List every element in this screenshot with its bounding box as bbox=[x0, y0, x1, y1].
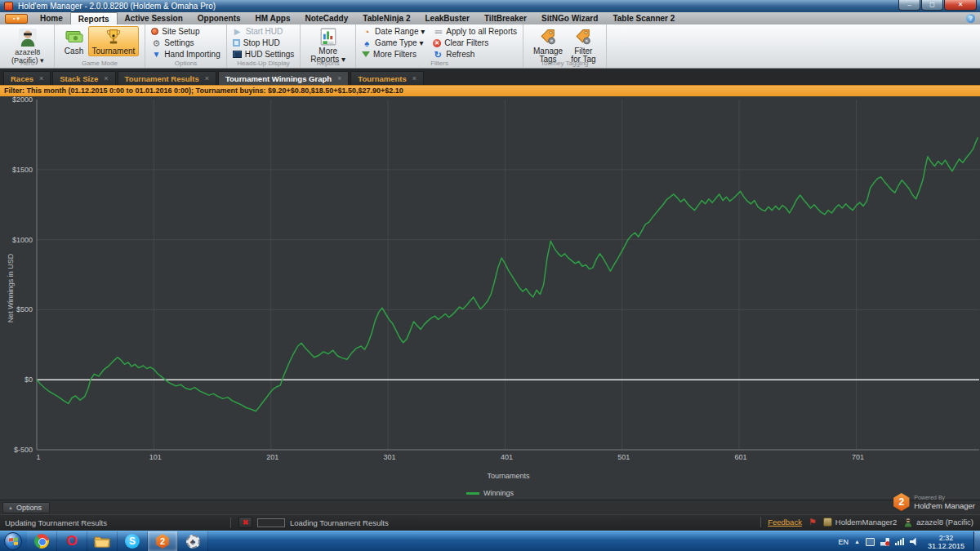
svg-text:701: 701 bbox=[852, 453, 864, 461]
app-menu-button[interactable]: ▪ ▾ bbox=[5, 14, 28, 24]
hand-importing-button[interactable]: ▼Hand Importing bbox=[151, 49, 220, 60]
ribbon-tab-table-scanner-2[interactable]: Table Scanner 2 bbox=[605, 12, 682, 24]
site-setup-icon bbox=[151, 28, 158, 35]
apply-to-all-reports-button[interactable]: ≡≡Apply to all Reports bbox=[433, 26, 517, 37]
close-tab-icon[interactable]: × bbox=[104, 74, 108, 82]
ribbon-group-heads-up-display: Heads-Up Display▶Start HUDStop HUDHUD Se… bbox=[227, 24, 301, 68]
close-tab-icon[interactable]: × bbox=[39, 74, 43, 82]
clear-filters-button[interactable]: ✕Clear Filters bbox=[433, 38, 517, 48]
stop-hud-button[interactable]: Stop HUD bbox=[233, 38, 295, 48]
svg-text:$1000: $1000 bbox=[12, 236, 33, 244]
doc-tab-tournament-results[interactable]: Tournament Results× bbox=[118, 71, 216, 85]
date-range-button[interactable]: ◔Date Range ▾ bbox=[362, 26, 425, 37]
ribbon-tab-reports[interactable]: Reports bbox=[70, 12, 118, 24]
minimize-button[interactable]: – bbox=[898, 0, 920, 11]
taskbar-clock[interactable]: 2:32 31.12.2015 bbox=[928, 534, 964, 550]
ribbon-tab-home[interactable]: Home bbox=[33, 12, 70, 24]
ribbon-tab-sitngo-wizard[interactable]: SitNGo Wizard bbox=[534, 12, 605, 24]
holdem-manager-window: Hold'em Manager - 2.0.0.8280 (Holdem & O… bbox=[0, 0, 980, 551]
powered-by-line2: Hold'em Manager bbox=[914, 501, 975, 510]
tray-expand-icon[interactable]: ▲ bbox=[854, 539, 860, 544]
svg-text:$-500: $-500 bbox=[14, 446, 33, 454]
active-player-indicator[interactable]: azazel8 (Pacific) bbox=[903, 518, 973, 527]
tag-icon bbox=[540, 29, 556, 47]
ribbon-tab-opponents[interactable]: Opponents bbox=[190, 12, 248, 24]
ribbon-group-hero: Heroazazel8(Pacific) ▾ bbox=[2, 24, 55, 68]
taskbar-item-skype[interactable]: S bbox=[118, 531, 148, 551]
play-icon: ▶ bbox=[233, 27, 243, 37]
show-desktop-button[interactable] bbox=[973, 531, 980, 551]
start-button-icon[interactable] bbox=[2, 532, 24, 551]
stop-icon bbox=[233, 39, 240, 47]
game-type-button[interactable]: ♠Game Type ▾ bbox=[362, 38, 425, 48]
legend-line-swatch bbox=[466, 492, 479, 495]
taskbar-item-explorer[interactable] bbox=[87, 531, 118, 551]
taskbar-item-pokerstars[interactable]: ♣ bbox=[178, 531, 208, 551]
close-tab-icon[interactable]: × bbox=[337, 74, 341, 82]
help-icon[interactable]: ? bbox=[966, 14, 975, 23]
manage-tags-button[interactable]: ManageTags bbox=[529, 26, 567, 64]
ribbon-tab-notecaddy[interactable]: NoteCaddy bbox=[298, 12, 356, 24]
close-button[interactable]: ✕ bbox=[944, 0, 977, 11]
cancel-loading-button[interactable]: ✖ bbox=[238, 517, 252, 528]
taskbar-item-hm2[interactable]: 2 bbox=[148, 531, 178, 551]
database-indicator[interactable]: HoldemManager2 bbox=[823, 518, 898, 527]
site-setup-button[interactable]: Site Setup bbox=[151, 26, 220, 37]
doc-tab-stack-size[interactable]: Stack Size× bbox=[52, 71, 115, 85]
more-filters-button[interactable]: More Filters bbox=[362, 49, 425, 60]
start-hud-button: ▶Start HUD bbox=[233, 26, 295, 37]
ribbon-tab-leakbuster[interactable]: LeakBuster bbox=[417, 12, 476, 24]
clock-time: 2:32 bbox=[928, 534, 964, 542]
taskbar-item-opera[interactable]: O bbox=[57, 531, 87, 551]
status-text: Updating Tournament Results bbox=[5, 518, 107, 527]
svg-text:301: 301 bbox=[384, 453, 396, 461]
filter-for-tag-button[interactable]: Filterfor Tag bbox=[567, 26, 599, 64]
ribbon-group-label: Hero bbox=[2, 60, 54, 67]
button-label: Tournament bbox=[92, 47, 136, 56]
doc-tab-tournament-winnings-graph[interactable]: Tournament Winnings Graph× bbox=[218, 71, 349, 85]
skype-icon: S bbox=[124, 533, 140, 549]
ribbon-tab-active-session[interactable]: Active Session bbox=[118, 12, 190, 24]
close-tab-icon[interactable]: × bbox=[412, 74, 416, 82]
close-tab-icon[interactable]: × bbox=[205, 74, 209, 82]
doc-tab-label: Tournament Results bbox=[125, 74, 199, 83]
taskbar-item-chrome[interactable] bbox=[27, 531, 57, 551]
status-divider bbox=[230, 518, 231, 528]
tournament-mode-button[interactable]: Tournament bbox=[88, 26, 140, 56]
maximize-button[interactable]: ◻ bbox=[921, 0, 943, 11]
report-chart-icon bbox=[320, 28, 336, 47]
collapse-arrow-icon: ▲ bbox=[8, 505, 13, 510]
language-indicator[interactable]: EN bbox=[839, 538, 849, 546]
powered-by-badge: 2 Powered By Hold'em Manager bbox=[893, 493, 975, 511]
doc-tab-races[interactable]: Races× bbox=[3, 71, 51, 85]
cash-icon bbox=[65, 30, 83, 45]
chart-plot: $2000$1500$1000$500$0$-50011012013014015… bbox=[0, 96, 980, 500]
ribbon-tab-tableninja-2[interactable]: TableNinja 2 bbox=[355, 12, 417, 24]
clock-date: 31.12.2015 bbox=[928, 542, 964, 550]
refresh-button[interactable]: ↻Refresh bbox=[433, 49, 517, 60]
signal-strength-icon[interactable] bbox=[895, 538, 904, 545]
hud-settings-button[interactable]: HUD Settings bbox=[233, 49, 295, 60]
ribbon-group-label: Game Mode bbox=[55, 60, 145, 67]
action-center-icon[interactable] bbox=[866, 538, 875, 546]
x-axis-label: Tournaments bbox=[37, 472, 980, 480]
cash-mode-button[interactable]: Cash bbox=[60, 26, 88, 56]
more-reports-button[interactable]: MoreReports ▾ bbox=[306, 26, 350, 64]
window-controls: – ◻ ✕ bbox=[898, 0, 977, 11]
loading-text: Loading Tournament Results bbox=[290, 518, 389, 527]
ribbon-tab-tiltbreaker[interactable]: TiltBreaker bbox=[477, 12, 534, 24]
report-chart-icon bbox=[320, 29, 336, 47]
opera-icon: O bbox=[64, 533, 80, 549]
tag-icon bbox=[575, 29, 591, 47]
button-label: HUD Settings bbox=[245, 50, 295, 59]
ribbon-tab-hm-apps[interactable]: HM Apps bbox=[248, 12, 298, 24]
powered-by-line1: Powered By bbox=[914, 495, 975, 501]
filter-bar[interactable]: Filter: This month (01.12.2015 0:00 to 0… bbox=[0, 85, 980, 96]
settings-button[interactable]: ⚙Settings bbox=[151, 38, 220, 48]
flag-icon: ⚑ bbox=[808, 517, 817, 527]
volume-icon[interactable] bbox=[910, 538, 919, 546]
options-button[interactable]: ▲ Options bbox=[2, 502, 50, 513]
network-status-icon[interactable] bbox=[880, 538, 889, 546]
doc-tab-tournaments[interactable]: Tournaments× bbox=[350, 71, 424, 85]
feedback-link[interactable]: Feedback bbox=[768, 518, 802, 527]
